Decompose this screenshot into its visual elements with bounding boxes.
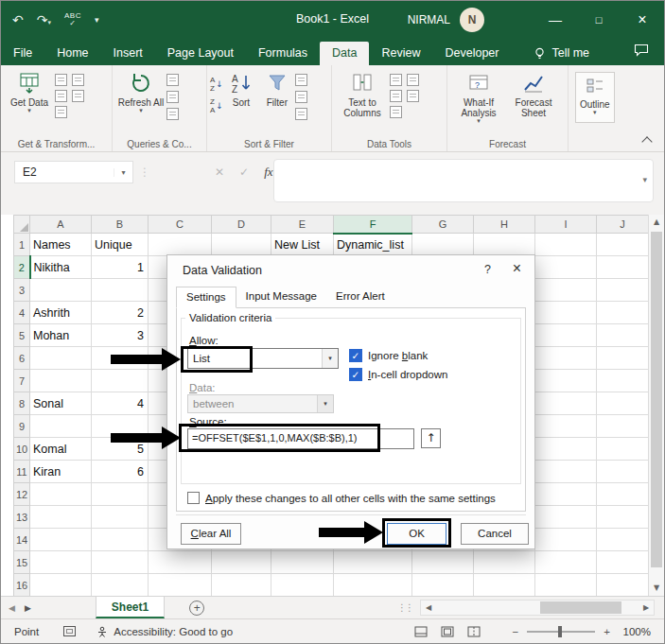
apply-to-all-checkbox[interactable]: Apply these changes to all other cells w… — [187, 492, 496, 504]
cell-B8[interactable]: 4 — [92, 392, 149, 415]
collapse-ribbon-icon[interactable] — [641, 136, 652, 147]
sort-az-icon[interactable]: AZ↓ — [210, 76, 223, 93]
cell-A10[interactable]: Komal — [30, 438, 92, 461]
cell-C1[interactable] — [149, 234, 212, 256]
accessibility-status[interactable]: Accessibility: Good to go — [96, 626, 233, 637]
cell-I13[interactable] — [535, 506, 597, 529]
row-header-13[interactable]: 13 — [14, 506, 30, 529]
cell-I10[interactable] — [535, 438, 597, 461]
close-icon[interactable]: × — [621, 1, 664, 39]
sheet-nav-left-icon[interactable]: ◀ — [9, 603, 15, 613]
row-header-1[interactable]: 1 — [14, 234, 30, 256]
row-header-5[interactable]: 5 — [14, 324, 30, 347]
row-header-3[interactable]: 3 — [14, 279, 30, 302]
view-page-layout-icon[interactable] — [441, 626, 454, 637]
consolidate-icon[interactable] — [407, 90, 419, 102]
tab-review[interactable]: Review — [369, 42, 432, 65]
cell-J4[interactable] — [597, 302, 649, 324]
cell-H16[interactable] — [474, 574, 535, 597]
cell-H1[interactable] — [474, 234, 535, 256]
refresh-all-button[interactable]: Refresh All ▾ — [115, 68, 166, 114]
cell-B4[interactable]: 2 — [92, 302, 149, 324]
cell-J8[interactable] — [597, 392, 649, 415]
cell-I11[interactable] — [535, 461, 597, 483]
column-header-B[interactable]: B — [92, 216, 149, 234]
recent-sources-icon[interactable] — [72, 90, 84, 102]
allow-dropdown-caret-icon[interactable]: ▾ — [322, 349, 338, 368]
cell-I14[interactable] — [535, 529, 597, 551]
cell-I5[interactable] — [535, 324, 597, 347]
edit-links-icon[interactable] — [166, 108, 179, 120]
cell-B7[interactable] — [92, 370, 149, 392]
cell-C16[interactable] — [149, 574, 212, 597]
tab-formulas[interactable]: Formulas — [246, 42, 320, 65]
cell-J5[interactable] — [597, 324, 649, 347]
customize-quick-access-caret-icon[interactable]: ▾ — [95, 15, 99, 25]
what-if-analysis-button[interactable]: ? What-If Analysis ▾ — [450, 68, 507, 125]
cell-J6[interactable] — [597, 347, 649, 370]
scroll-up-icon[interactable]: ▲ — [649, 215, 664, 230]
cell-H15[interactable] — [474, 551, 535, 574]
cell-B11[interactable]: 6 — [92, 461, 149, 483]
cell-B1[interactable]: Unique — [92, 234, 149, 256]
remove-duplicates-icon[interactable] — [407, 74, 419, 86]
cell-A1[interactable]: Names — [30, 234, 92, 256]
cell-D1[interactable] — [212, 234, 271, 256]
cell-E16[interactable] — [271, 574, 334, 597]
row-header-12[interactable]: 12 — [14, 483, 30, 506]
cell-D16[interactable] — [212, 574, 271, 597]
cell-A5[interactable]: Mohan — [30, 324, 92, 347]
vertical-scrollbar[interactable]: ▲ ▼ — [648, 215, 664, 596]
cell-J12[interactable] — [597, 483, 649, 506]
cell-I4[interactable] — [535, 302, 597, 324]
flash-fill-icon[interactable] — [390, 74, 402, 86]
outline-button[interactable]: Outline ▾ — [575, 72, 615, 123]
minimize-icon[interactable]: — — [534, 1, 577, 39]
spellcheck-icon[interactable]: ABC✓ — [64, 12, 81, 27]
cell-F16[interactable] — [334, 574, 412, 597]
clear-filter-icon[interactable] — [295, 74, 307, 86]
column-header-F[interactable]: F — [334, 216, 412, 234]
add-sheet-icon[interactable]: + — [189, 600, 204, 616]
cell-J7[interactable] — [597, 370, 649, 392]
from-table-icon[interactable] — [55, 90, 67, 102]
ignore-blank-checkbox[interactable]: ✓ Ignore blank — [349, 349, 428, 362]
view-page-break-icon[interactable] — [467, 626, 481, 637]
cell-B14[interactable] — [92, 529, 149, 551]
name-box-caret-icon[interactable]: ▾ — [114, 168, 132, 177]
cancel-button[interactable]: Cancel — [461, 523, 529, 545]
cell-F15[interactable] — [334, 551, 412, 574]
cell-J13[interactable] — [597, 506, 649, 529]
relationships-icon[interactable] — [390, 106, 402, 118]
tab-scroll-split-icon[interactable]: ⋮⋮ — [397, 602, 412, 613]
cell-A13[interactable] — [30, 506, 92, 529]
row-header-8[interactable]: 8 — [14, 392, 30, 415]
from-text-icon[interactable] — [55, 74, 67, 86]
column-header-A[interactable]: A — [30, 216, 92, 234]
comment-icon[interactable] — [634, 44, 649, 65]
name-box[interactable]: E2 ▾ — [14, 161, 133, 183]
cell-A4[interactable]: Ashrith — [30, 302, 92, 324]
cell-G15[interactable] — [412, 551, 474, 574]
select-all-button[interactable] — [14, 216, 30, 234]
cell-B3[interactable] — [92, 279, 149, 302]
cell-I9[interactable] — [535, 415, 597, 438]
column-header-H[interactable]: H — [474, 216, 535, 234]
cell-A16[interactable] — [30, 574, 92, 597]
collapse-dialog-icon[interactable]: ↑ — [421, 428, 441, 448]
cell-I12[interactable] — [535, 483, 597, 506]
tab-data[interactable]: Data — [320, 42, 369, 65]
dialog-tab-input-message[interactable]: Input Message — [236, 287, 326, 308]
scroll-left-icon[interactable]: ◀ — [421, 603, 436, 612]
cell-A8[interactable]: Sonal — [30, 392, 92, 415]
row-header-16[interactable]: 16 — [14, 574, 30, 597]
cell-G16[interactable] — [412, 574, 474, 597]
dialog-help-icon[interactable]: ? — [484, 263, 491, 276]
queries-connections-icon[interactable] — [166, 74, 179, 86]
row-header-6[interactable]: 6 — [14, 347, 30, 370]
cell-A12[interactable] — [30, 483, 92, 506]
sort-za-icon[interactable]: ZA↓ — [210, 97, 223, 114]
column-header-G[interactable]: G — [412, 216, 474, 234]
tell-me-box[interactable]: Tell me — [524, 42, 599, 65]
cell-G1[interactable] — [412, 234, 474, 256]
